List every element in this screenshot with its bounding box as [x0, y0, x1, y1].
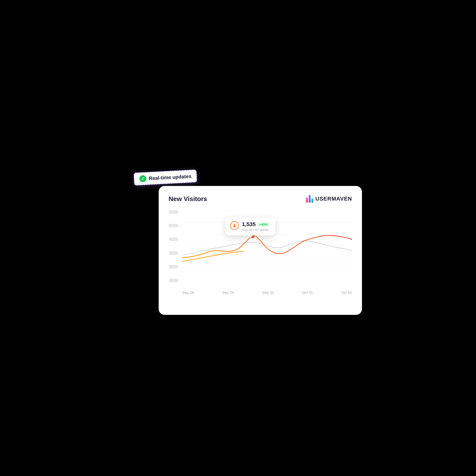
y-label-5	[169, 265, 178, 268]
logo-bar-2	[309, 195, 311, 203]
user-svg-icon	[232, 223, 237, 228]
tooltip-value: 1,535	[242, 221, 256, 228]
realtime-badge: ✓ Real-time updates	[134, 169, 197, 185]
y-label-3	[169, 238, 178, 241]
data-tooltip: 1,535 +45% Sep,30 • 07:30PM	[226, 218, 275, 235]
x-label-sep28: Sep 28	[182, 290, 194, 295]
tooltip-value-row: 1,535 +45%	[242, 221, 269, 228]
card-title: New Visitors	[169, 195, 207, 203]
y-axis	[169, 210, 178, 285]
tooltip-info: 1,535 +45% Sep,30 • 07:30PM	[242, 221, 269, 232]
logo-bar-3	[311, 198, 313, 203]
logo-bars-icon	[306, 195, 313, 203]
tooltip-date: Sep,30 • 07:30PM	[242, 228, 269, 232]
x-label-oct02: Oct 02	[341, 290, 352, 295]
chart-area: 1,535 +45% Sep,30 • 07:30PM Sep 28 Sep 2…	[169, 210, 352, 295]
tooltip-user-icon	[230, 221, 239, 230]
y-label-1	[169, 210, 178, 214]
x-label-sep30: Sep 30	[262, 290, 274, 295]
analytics-card: New Visitors USERMAVEN	[159, 186, 362, 315]
y-label-4	[169, 251, 178, 255]
check-icon: ✓	[139, 175, 146, 182]
svg-point-6	[234, 224, 235, 226]
x-label-oct01: Oct 01	[302, 290, 313, 295]
logo-text: USERMAVEN	[315, 196, 352, 202]
usermaven-logo: USERMAVEN	[306, 195, 352, 203]
logo-bar-1	[306, 197, 308, 203]
main-line	[182, 235, 352, 258]
x-axis: Sep 28 Sep 29 Sep 30 Oct 01 Oct 02	[182, 290, 352, 295]
card-header: New Visitors USERMAVEN	[169, 195, 352, 203]
tooltip-percent: +45%	[258, 222, 269, 227]
y-label-6	[169, 279, 178, 282]
badge-label: Real-time updates	[149, 173, 191, 181]
x-label-sep29: Sep 29	[222, 290, 234, 295]
y-label-2	[169, 224, 178, 227]
